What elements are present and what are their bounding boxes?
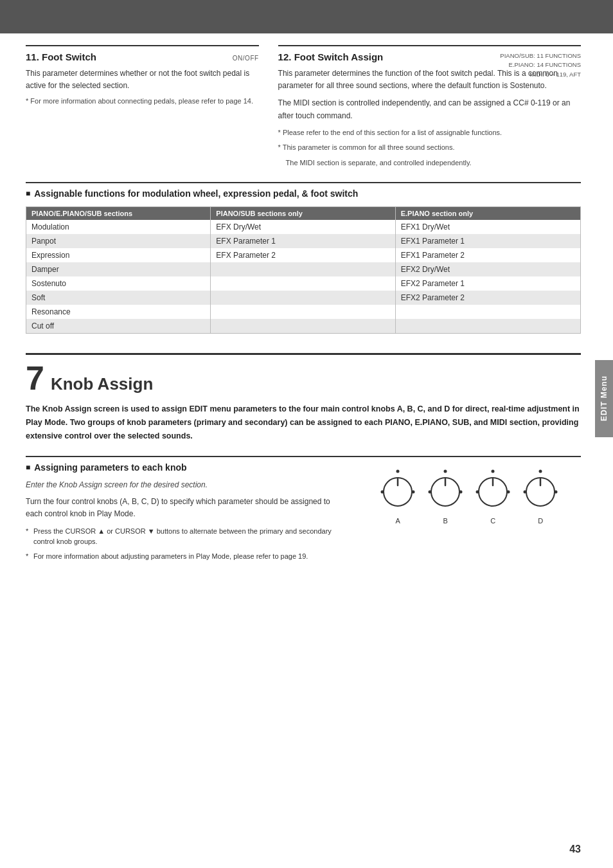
knobs-illustration: A B bbox=[378, 469, 560, 525]
section-12-tag-line2: E.PIANO: 14 FUNCTIONS bbox=[500, 60, 581, 69]
col2-item-8 bbox=[211, 319, 395, 333]
col2-item-6 bbox=[211, 291, 395, 305]
knob-b-item: B bbox=[426, 469, 465, 525]
knob-d-wrapper bbox=[521, 469, 560, 514]
col3-item-1: EFX1 Dry/Wet bbox=[396, 220, 580, 234]
col1-item-5: Sostenuto bbox=[26, 276, 211, 291]
assigning-note2: For more information about adjusting par… bbox=[26, 551, 339, 562]
col2-item-2: EFX Parameter 1 bbox=[211, 234, 395, 248]
section-12-header: 12. Foot Switch Assign PIANO/SUB: 11 FUN… bbox=[278, 51, 581, 62]
col2-item-3: EFX Parameter 2 bbox=[211, 248, 395, 262]
col2-item-4 bbox=[211, 262, 395, 276]
section-11-tag: ON/OFF bbox=[233, 55, 259, 62]
col3-header: E.PIANO section only bbox=[396, 207, 580, 220]
col3-item-7 bbox=[396, 305, 580, 319]
assigning-left: Assigning parameters to each knob Enter … bbox=[26, 462, 339, 565]
col1-item-2: Panpot bbox=[26, 234, 211, 248]
col3-item-5: EFX2 Parameter 1 bbox=[396, 276, 580, 291]
knob-d-svg bbox=[521, 469, 560, 512]
section-11-title: 11. Foot Switch bbox=[26, 51, 96, 62]
assignable-section: Assignable functions for modulation whee… bbox=[26, 182, 581, 334]
col1-item-3: Expression bbox=[26, 248, 211, 262]
col2-header: PIANO/SUB sections only bbox=[211, 207, 395, 220]
col1-item-4: Damper bbox=[26, 262, 211, 276]
knob-b-label: B bbox=[443, 517, 448, 525]
assigning-body: Turn the four control knobs (A, B, C, D)… bbox=[26, 496, 339, 520]
col3-item-3: EFX1 Parameter 2 bbox=[396, 248, 580, 262]
knob-title-row: 7 Knob Assign bbox=[26, 361, 581, 395]
knob-number: 7 bbox=[26, 361, 44, 395]
assigning-section: Assigning parameters to each knob Enter … bbox=[26, 456, 581, 565]
section-12-body: This parameter determines the function o… bbox=[278, 68, 581, 169]
col1-item-1: Modulation bbox=[26, 220, 211, 234]
page-number: 43 bbox=[569, 844, 581, 855]
svg-point-10 bbox=[492, 470, 495, 473]
knob-d-item: D bbox=[521, 469, 560, 525]
section-11-body: This parameter determines whether or not… bbox=[26, 68, 259, 107]
assignable-title: Assignable functions for modulation whee… bbox=[26, 182, 581, 199]
section-12-title: 12. Foot Switch Assign bbox=[278, 51, 384, 62]
section-12: 12. Foot Switch Assign PIANO/SUB: 11 FUN… bbox=[278, 45, 581, 169]
col3-item-8 bbox=[396, 319, 580, 333]
knob-title: Knob Assign bbox=[51, 374, 153, 394]
section-11: 11. Foot Switch ON/OFF This parameter de… bbox=[26, 45, 259, 169]
knob-c-label: C bbox=[490, 517, 495, 525]
knob-b-wrapper bbox=[426, 469, 465, 514]
top-bar bbox=[0, 0, 613, 33]
knob-a-label: A bbox=[396, 517, 400, 525]
col1-item-7: Resonance bbox=[26, 305, 211, 319]
knob-a-svg bbox=[378, 469, 417, 512]
knob-c-svg bbox=[474, 469, 512, 512]
knob-c-wrapper bbox=[474, 469, 512, 514]
section-12-tag-line3: MIDI: 0 – 119, AFT bbox=[500, 70, 581, 79]
knob-section: 7 Knob Assign The Knob Assign screen is … bbox=[26, 353, 581, 566]
svg-point-15 bbox=[539, 470, 542, 473]
assignable-table: PIANO/E.PIANO/SUB sections PIANO/SUB sec… bbox=[26, 206, 581, 334]
col1-header: PIANO/E.PIANO/SUB sections bbox=[26, 207, 211, 220]
section-12-tag: PIANO/SUB: 11 FUNCTIONS E.PIANO: 14 FUNC… bbox=[500, 51, 581, 79]
assigning-note1: Press the CURSOR ▲ or CURSOR ▼ buttons t… bbox=[26, 526, 339, 547]
svg-point-5 bbox=[444, 470, 447, 473]
knob-description: The Knob Assign screen is used to assign… bbox=[26, 402, 581, 444]
section-12-tag-line1: PIANO/SUB: 11 FUNCTIONS bbox=[500, 51, 581, 60]
assigning-subtitle: Assigning parameters to each knob bbox=[26, 462, 339, 473]
knob-a-wrapper bbox=[378, 469, 417, 514]
assigning-right: A B bbox=[358, 462, 582, 565]
knob-d-label: D bbox=[538, 517, 543, 525]
col2-item-1: EFX Dry/Wet bbox=[211, 220, 395, 234]
col2-item-7 bbox=[211, 305, 395, 319]
knob-b-svg bbox=[426, 469, 465, 512]
knob-c-item: C bbox=[474, 469, 512, 525]
col3-item-4: EFX2 Dry/Wet bbox=[396, 262, 580, 276]
svg-point-0 bbox=[396, 470, 400, 473]
knob-a-item: A bbox=[378, 469, 417, 525]
edit-menu-tab: EDIT Menu bbox=[595, 360, 613, 437]
sections-row: 11. Foot Switch ON/OFF This parameter de… bbox=[26, 45, 581, 169]
assigning-italic-note: Enter the Knob Assign screen for the des… bbox=[26, 480, 339, 489]
col3-item-2: EFX1 Parameter 1 bbox=[396, 234, 580, 248]
col3-item-6: EFX2 Parameter 2 bbox=[396, 291, 580, 305]
section-11-header: 11. Foot Switch ON/OFF bbox=[26, 51, 259, 62]
col1-item-8: Cut off bbox=[26, 319, 211, 333]
col1-item-6: Soft bbox=[26, 291, 211, 305]
col2-item-5 bbox=[211, 276, 395, 291]
